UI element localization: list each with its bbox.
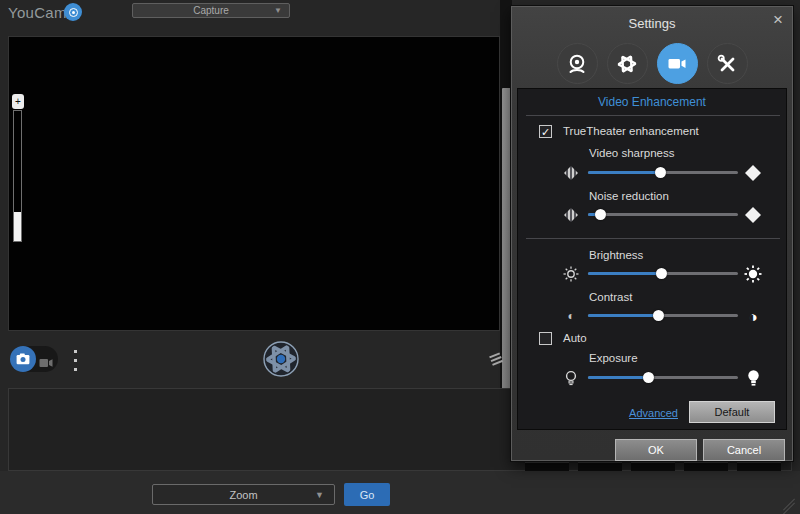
exposure-slider[interactable] xyxy=(562,368,762,388)
brightness-high-icon xyxy=(744,264,762,284)
noise-reduction-label: Noise reduction xyxy=(589,190,669,202)
settings-tabs xyxy=(512,43,792,84)
zoom-dropdown[interactable]: Zoom ▼ xyxy=(152,484,335,505)
zoom-dropdown-label: Zoom xyxy=(229,489,257,501)
exposure-label: Exposure xyxy=(589,352,638,364)
tab-webcam[interactable] xyxy=(557,43,598,84)
aperture-icon xyxy=(616,53,638,75)
youcam-window: YouCam Capture ▼ + xyxy=(0,0,800,514)
contrast-low-icon: ◐ xyxy=(562,306,580,326)
exposure-high-icon xyxy=(744,368,762,388)
sharpness-label: Video sharpness xyxy=(589,147,674,159)
video-enhancement-panel: Video Enhancement ✓ TrueTheater enhancem… xyxy=(517,88,787,430)
sharpness-high-icon xyxy=(744,163,762,183)
settings-dialog: Settings × xyxy=(511,6,793,461)
tray-thumbnails xyxy=(525,461,781,471)
app-title: YouCam xyxy=(8,4,67,21)
contrast-slider[interactable]: ◐ ◑ xyxy=(562,306,762,326)
slider-thumb[interactable] xyxy=(595,209,606,220)
snapshot-button[interactable] xyxy=(263,341,299,377)
camera-icon xyxy=(16,353,30,365)
contrast-high-icon: ◑ xyxy=(744,306,762,326)
advanced-link[interactable]: Advanced xyxy=(629,407,678,419)
zoom-in-button[interactable]: + xyxy=(12,94,24,109)
brightness-slider[interactable] xyxy=(562,264,762,284)
noise-low-icon xyxy=(562,205,580,225)
window-resize-grip[interactable] xyxy=(781,504,797,512)
capture-dropdown[interactable]: Capture ▼ xyxy=(132,3,290,18)
video-preview xyxy=(8,36,500,331)
noise-reduction-slider[interactable] xyxy=(562,205,762,225)
truetheater-label: TrueTheater enhancement xyxy=(563,125,699,137)
slider-thumb[interactable] xyxy=(653,310,664,321)
sharpness-slider[interactable] xyxy=(562,163,762,183)
tray-thumbnail[interactable] xyxy=(525,461,569,471)
slider-thumb[interactable] xyxy=(656,268,667,279)
close-icon[interactable]: × xyxy=(773,10,783,30)
contrast-label: Contrast xyxy=(589,291,632,303)
slider-thumb[interactable] xyxy=(643,372,654,383)
noise-high-icon xyxy=(744,205,762,225)
capture-dropdown-label: Capture xyxy=(193,5,229,16)
footer-bar xyxy=(0,471,800,514)
ok-button[interactable]: OK xyxy=(615,439,697,461)
slider-thumb[interactable] xyxy=(655,167,666,178)
video-camera-icon xyxy=(666,53,688,75)
webcam-icon xyxy=(566,53,588,75)
tab-video-enhancement[interactable] xyxy=(657,43,698,84)
chevron-down-icon: ▼ xyxy=(274,6,282,15)
capture-mode-toggle[interactable] xyxy=(10,346,58,372)
auto-label: Auto xyxy=(563,332,587,344)
brightness-label: Brightness xyxy=(589,249,643,261)
more-options-menu[interactable] xyxy=(74,350,80,377)
camcorder-icon xyxy=(39,358,53,368)
section-title: Video Enhancement xyxy=(518,95,786,109)
divider xyxy=(526,115,780,116)
dialog-title: Settings xyxy=(512,16,792,31)
tray-thumbnail[interactable] xyxy=(737,461,781,471)
truetheater-checkbox[interactable]: ✓ xyxy=(539,125,552,138)
video-mode-button[interactable] xyxy=(39,354,53,372)
webcam-glyph xyxy=(69,8,78,17)
exposure-low-icon xyxy=(562,368,580,388)
divider xyxy=(526,238,780,239)
tab-capture[interactable] xyxy=(607,43,648,84)
youcam-logo-icon xyxy=(64,3,82,21)
cancel-button[interactable]: Cancel xyxy=(703,439,785,461)
tab-tools[interactable] xyxy=(707,43,748,84)
tray-thumbnail[interactable] xyxy=(631,461,675,471)
preview-zoom-slider-thumb[interactable] xyxy=(14,212,21,241)
chevron-down-icon: ▼ xyxy=(315,490,324,500)
tray-thumbnail[interactable] xyxy=(684,461,728,471)
brightness-low-icon xyxy=(562,264,580,284)
auto-checkbox[interactable] xyxy=(539,332,552,345)
aperture-icon xyxy=(263,341,299,377)
default-button[interactable]: Default xyxy=(689,401,775,423)
sharpness-low-icon xyxy=(562,163,580,183)
photo-mode-button[interactable] xyxy=(10,346,36,372)
tray-thumbnail[interactable] xyxy=(578,461,622,471)
go-button[interactable]: Go xyxy=(344,483,390,506)
tools-icon xyxy=(716,53,738,75)
